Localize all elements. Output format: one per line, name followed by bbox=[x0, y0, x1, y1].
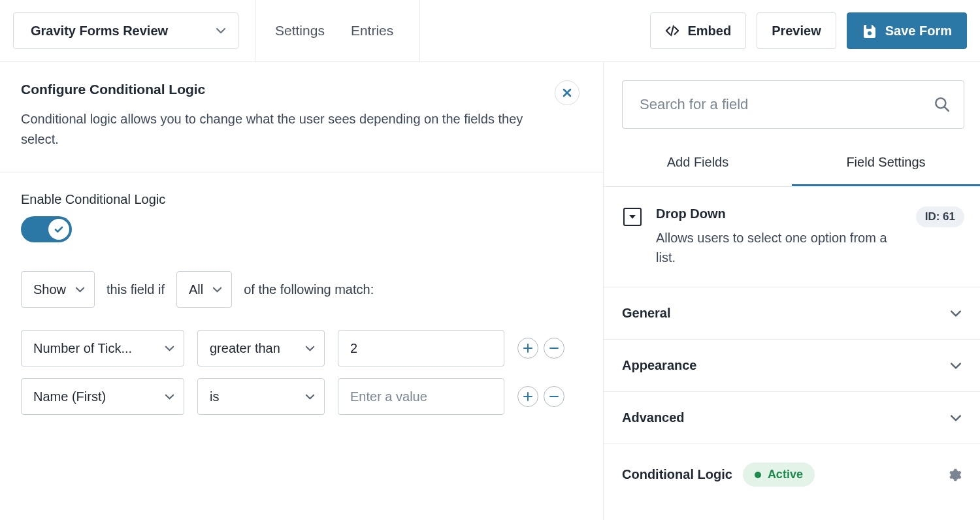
preview-button[interactable]: Preview bbox=[757, 12, 836, 49]
accordion-conditional-logic[interactable]: Conditional Logic Active bbox=[604, 444, 980, 505]
toggle-knob bbox=[48, 219, 69, 240]
accordion-label: Appearance bbox=[622, 358, 697, 373]
rule-field-value: Number of Tick... bbox=[33, 341, 132, 356]
svg-rect-0 bbox=[866, 25, 872, 29]
embed-label: Embed bbox=[687, 24, 731, 39]
rule-actions bbox=[517, 386, 564, 407]
field-type-title: Drop Down bbox=[656, 206, 902, 221]
chevron-down-icon bbox=[165, 392, 174, 402]
tab-settings[interactable]: Settings bbox=[275, 23, 325, 39]
rule-field-select[interactable]: Name (First) bbox=[21, 378, 184, 415]
sidebar-tabs: Add Fields Field Settings bbox=[604, 143, 980, 187]
match-value: All bbox=[189, 282, 203, 297]
form-switcher[interactable]: Gravity Forms Review bbox=[13, 12, 238, 49]
accordion-label: Advanced bbox=[622, 410, 685, 425]
preview-label: Preview bbox=[772, 24, 821, 39]
gear-icon[interactable] bbox=[947, 468, 962, 482]
divider bbox=[419, 0, 420, 62]
enable-toggle[interactable] bbox=[21, 216, 72, 242]
chevron-down-icon bbox=[950, 360, 962, 372]
accordion-general[interactable]: General bbox=[604, 287, 980, 340]
chevron-down-icon bbox=[165, 344, 174, 353]
tab-add-fields[interactable]: Add Fields bbox=[604, 143, 792, 186]
topbar-tabs: Settings Entries bbox=[275, 23, 393, 39]
save-label: Save Form bbox=[885, 24, 952, 39]
search-input[interactable] bbox=[640, 96, 934, 113]
rule-value-input[interactable] bbox=[338, 330, 504, 366]
panel-title: Configure Conditional Logic bbox=[21, 82, 582, 97]
accordion-label: Conditional Logic bbox=[622, 467, 732, 482]
tab-field-settings[interactable]: Field Settings bbox=[792, 143, 980, 186]
active-label: Active bbox=[768, 468, 803, 481]
chevron-down-icon bbox=[950, 308, 962, 319]
add-rule-button[interactable] bbox=[517, 386, 538, 407]
panel-body: Enable Conditional Logic Show this field… bbox=[0, 172, 603, 434]
rule-row: Number of Tick... is greater than bbox=[21, 330, 582, 366]
check-icon bbox=[54, 224, 64, 235]
accordion-appearance[interactable]: Appearance bbox=[604, 340, 980, 392]
panel-header: Configure Conditional Logic Conditional … bbox=[0, 62, 603, 172]
field-type-desc: Allows users to select one option from a… bbox=[656, 228, 902, 267]
rule-field-select[interactable]: Number of Tick... bbox=[21, 330, 184, 366]
rule-value-input[interactable] bbox=[338, 378, 504, 415]
divider bbox=[255, 0, 255, 62]
remove-rule-button[interactable] bbox=[544, 338, 564, 359]
sentence-text: of the following match: bbox=[244, 282, 374, 297]
chevron-down-icon bbox=[305, 344, 315, 353]
active-pill: Active bbox=[743, 463, 815, 487]
plus-icon bbox=[523, 344, 532, 353]
rule-operator-select[interactable]: is greater than bbox=[197, 330, 325, 366]
sidebar: Add Fields Field Settings Drop Down Allo… bbox=[604, 62, 980, 520]
minus-icon bbox=[549, 344, 559, 353]
search-box[interactable] bbox=[622, 80, 964, 129]
rule-operator-value: greater than bbox=[210, 341, 280, 356]
action-value: Show bbox=[33, 282, 66, 297]
chevron-down-icon bbox=[212, 285, 222, 295]
chevron-down-icon bbox=[75, 285, 85, 295]
field-info: Drop Down Allows users to select one opt… bbox=[604, 187, 980, 287]
rule-actions bbox=[517, 338, 564, 359]
close-icon bbox=[562, 88, 572, 98]
tab-entries[interactable]: Entries bbox=[351, 23, 393, 39]
active-dot-icon bbox=[755, 472, 761, 478]
close-button[interactable] bbox=[555, 80, 580, 105]
rules-list: Number of Tick... is greater than bbox=[21, 330, 582, 415]
minus-icon bbox=[549, 392, 559, 401]
match-select[interactable]: All bbox=[176, 271, 232, 308]
enable-label: Enable Conditional Logic bbox=[21, 192, 582, 207]
logic-sentence: Show this field if All of the following … bbox=[21, 271, 582, 308]
accordion-advanced[interactable]: Advanced bbox=[604, 392, 980, 444]
rule-operator-select[interactable]: is bbox=[197, 378, 325, 415]
save-form-button[interactable]: Save Form bbox=[847, 12, 967, 49]
topbar: Gravity Forms Review Settings Entries Em… bbox=[0, 0, 980, 62]
chevron-down-icon bbox=[216, 25, 226, 36]
svg-point-1 bbox=[868, 31, 872, 35]
conditional-logic-panel: Configure Conditional Logic Conditional … bbox=[0, 62, 604, 520]
rule-field-value: Name (First) bbox=[33, 389, 106, 404]
sentence-text: this field if bbox=[106, 282, 165, 297]
rule-row: Name (First) is bbox=[21, 378, 582, 415]
plus-icon bbox=[523, 392, 532, 401]
form-switcher-label: Gravity Forms Review bbox=[31, 24, 168, 39]
chevron-down-icon bbox=[305, 392, 315, 402]
add-rule-button[interactable] bbox=[517, 338, 538, 359]
save-icon bbox=[862, 23, 877, 39]
rule-operator-value: is bbox=[210, 389, 219, 404]
topbar-actions: Embed Preview Save Form bbox=[650, 12, 967, 49]
dropdown-field-icon bbox=[623, 208, 642, 226]
action-select[interactable]: Show bbox=[21, 271, 95, 308]
accordion-label: General bbox=[622, 306, 670, 321]
main: Configure Conditional Logic Conditional … bbox=[0, 62, 980, 520]
code-icon bbox=[665, 24, 679, 38]
chevron-down-icon bbox=[950, 412, 962, 424]
search-icon bbox=[934, 96, 951, 113]
field-id-badge: ID: 61 bbox=[916, 206, 964, 227]
remove-rule-button[interactable] bbox=[544, 386, 564, 407]
embed-button[interactable]: Embed bbox=[650, 12, 746, 49]
search-wrap bbox=[604, 62, 980, 143]
panel-description: Conditional logic allows you to change w… bbox=[21, 109, 544, 150]
